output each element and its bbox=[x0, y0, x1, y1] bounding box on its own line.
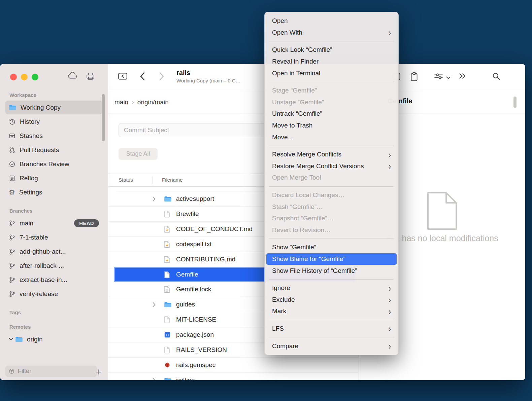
back-to-repos-icon[interactable] bbox=[118, 72, 128, 81]
menu-item-move[interactable]: Move… bbox=[265, 131, 398, 143]
column-header-filename[interactable]: Filename bbox=[162, 177, 183, 183]
menu-item-open-in-terminal[interactable]: Open in Terminal bbox=[265, 67, 398, 79]
filename-cell: package.json bbox=[176, 331, 214, 338]
sidebar-scrollbar[interactable] bbox=[102, 94, 105, 141]
sidebar-item-label: Pull Requests bbox=[20, 146, 59, 154]
submenu-chevron-icon: › bbox=[389, 162, 391, 171]
menu-item-revert-to-revision: Revert to Revision… bbox=[265, 224, 398, 236]
menu-separator bbox=[269, 186, 394, 187]
back-chevron-icon[interactable] bbox=[140, 72, 145, 82]
menu-item-compare[interactable]: Compare › bbox=[265, 340, 398, 352]
branch-icon bbox=[9, 291, 15, 297]
branches-review-icon bbox=[9, 161, 15, 168]
sidebar-item-label: 7-1-stable bbox=[20, 234, 48, 241]
menu-item-quick-look-gemfile[interactable]: Quick Look “Gemfile” bbox=[265, 44, 398, 56]
branch-icon bbox=[9, 248, 15, 255]
filter-bar bbox=[5, 366, 97, 377]
chevron-down-icon[interactable] bbox=[9, 338, 13, 341]
sidebar-item-label: History bbox=[20, 118, 40, 125]
close-window-button[interactable] bbox=[10, 74, 17, 80]
file-icon bbox=[164, 316, 173, 323]
sidebar-section-title-tags: Tags bbox=[9, 309, 98, 315]
pull-request-icon bbox=[9, 147, 15, 153]
gear-icon: ⚙ bbox=[9, 189, 15, 196]
sidebar-item-label: verify-release bbox=[20, 290, 58, 298]
sidebar-item-label: Reflog bbox=[20, 175, 38, 182]
sidebar-item-7-1-stable[interactable]: 7-1-stable bbox=[5, 230, 102, 244]
sidebar-item-working-copy[interactable]: Working Copy bbox=[5, 101, 102, 114]
chevron-down-icon[interactable] bbox=[446, 75, 451, 80]
sidebar-item-after-rollback[interactable]: after-rollback-... bbox=[5, 259, 102, 272]
menu-item-resolve-merge-conflicts[interactable]: Resolve Merge Conflicts › bbox=[265, 149, 398, 160]
table-row-railties[interactable]: railties bbox=[108, 373, 359, 380]
menu-item-reveal-in-finder[interactable]: Reveal in Finder bbox=[265, 56, 398, 68]
md-file-icon bbox=[164, 226, 173, 233]
menu-separator bbox=[269, 320, 394, 320]
stage-all-button[interactable]: Stage All bbox=[119, 148, 158, 160]
repo-title: rails bbox=[176, 69, 241, 77]
sidebar-item-stashes[interactable]: Stashes bbox=[5, 129, 102, 143]
menu-item-mark[interactable]: Mark › bbox=[265, 305, 398, 317]
table-row-rails-gemspec[interactable]: rails.gemspec bbox=[108, 358, 359, 373]
menu-item-move-to-trash[interactable]: Move to Trash bbox=[265, 120, 398, 132]
head-badge: HEAD bbox=[74, 219, 99, 227]
sidebar-item-pull-requests[interactable]: Pull Requests bbox=[5, 143, 102, 157]
sidebar-item-label: add-github-act... bbox=[20, 248, 66, 255]
add-button[interactable]: + bbox=[94, 367, 104, 377]
lines-file-icon bbox=[164, 286, 173, 293]
sliders-icon[interactable] bbox=[434, 72, 443, 81]
sidebar-item-label: Stashes bbox=[20, 132, 43, 140]
menu-item-exclude[interactable]: Exclude › bbox=[265, 294, 398, 305]
clipboard-icon[interactable] bbox=[410, 72, 419, 82]
sidebar-item-add-github-act[interactable]: add-github-act... bbox=[5, 245, 102, 258]
gem-file-icon bbox=[164, 362, 173, 368]
column-header-status[interactable]: Status bbox=[119, 177, 133, 183]
folder-icon bbox=[15, 336, 23, 342]
menu-item-show-gemfile[interactable]: Show “Gemfile” bbox=[265, 242, 398, 253]
menu-item-show-blame-for-gemfile[interactable]: Show Blame for “Gemfile” bbox=[266, 253, 397, 265]
sidebar-item-verify-release[interactable]: verify-release bbox=[5, 287, 102, 301]
minimize-window-button[interactable] bbox=[21, 74, 28, 80]
sidebar-item-main[interactable]: mainHEAD bbox=[5, 216, 102, 230]
repo-subtitle: Working Copy (main – 0 C… bbox=[176, 78, 241, 83]
sidebar-item-label: Branches Review bbox=[20, 160, 69, 168]
double-chevron-icon[interactable] bbox=[458, 72, 466, 81]
sidebar-item-origin[interactable]: origin bbox=[5, 332, 102, 346]
search-icon[interactable] bbox=[492, 72, 501, 82]
sidebar-item-branches-review[interactable]: Branches Review bbox=[5, 157, 102, 171]
filter-input[interactable] bbox=[17, 367, 79, 375]
sidebar-item-reflog[interactable]: Reflog bbox=[5, 171, 102, 185]
traffic-lights bbox=[10, 74, 38, 80]
column-divider[interactable] bbox=[153, 177, 153, 184]
file-icon bbox=[164, 271, 173, 278]
json-file-icon: {} bbox=[164, 331, 173, 338]
sidebar-item-extract-base-in[interactable]: extract-base-in... bbox=[5, 273, 102, 287]
menu-item-open[interactable]: Open bbox=[265, 15, 398, 27]
document-icon bbox=[426, 191, 458, 230]
cloud-icon[interactable] bbox=[67, 72, 78, 80]
menu-item-ignore[interactable]: Ignore › bbox=[265, 282, 398, 294]
file-icon bbox=[164, 211, 173, 218]
printer-icon[interactable] bbox=[86, 72, 95, 80]
folder-icon bbox=[164, 196, 173, 202]
folder-icon bbox=[9, 104, 16, 111]
forward-chevron-icon[interactable] bbox=[159, 72, 164, 82]
menu-item-show-file-history-of-gemfile[interactable]: Show File History of “Gemfile” bbox=[265, 265, 398, 277]
sidebar-section-title-workspace: Workspace bbox=[9, 92, 98, 98]
preview-scrollbar[interactable] bbox=[513, 97, 517, 108]
sidebar-item-history[interactable]: History bbox=[5, 115, 102, 129]
menu-item-restore-merge-conflict-versions[interactable]: Restore Merge Conflict Versions › bbox=[265, 160, 398, 172]
menu-item-untrack-gemfile[interactable]: Untrack “Gemfile” bbox=[265, 108, 398, 120]
branch-icon bbox=[9, 234, 15, 241]
breadcrumb-segment[interactable]: main bbox=[114, 99, 128, 106]
menu-item-open-with[interactable]: Open With › bbox=[265, 27, 398, 39]
chevron-right-icon bbox=[153, 302, 164, 307]
menu-item-open-merge-tool: Open Merge Tool bbox=[265, 172, 398, 184]
folder-icon bbox=[164, 377, 173, 380]
breadcrumb-segment[interactable]: origin/main bbox=[137, 99, 169, 106]
sidebar-item-settings[interactable]: ⚙Settings bbox=[5, 185, 102, 199]
filename-cell: activesupport bbox=[176, 195, 214, 203]
filename-cell: CONTRIBUTING.md bbox=[176, 256, 235, 263]
menu-item-lfs[interactable]: LFS › bbox=[265, 323, 398, 335]
zoom-window-button[interactable] bbox=[32, 74, 38, 80]
